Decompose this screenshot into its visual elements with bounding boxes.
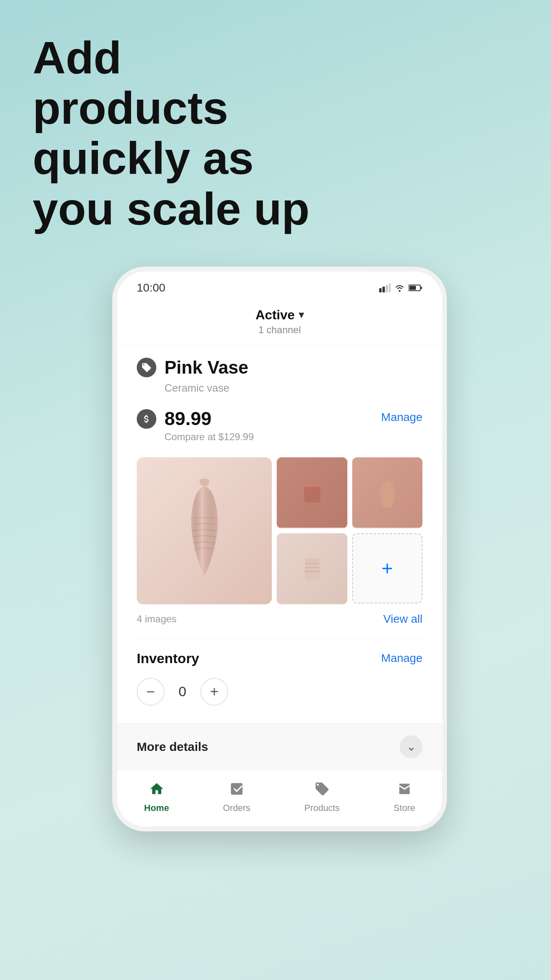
money-icon	[141, 414, 152, 424]
quantity-value: 0	[176, 684, 189, 699]
status-bar: 10:00	[117, 272, 442, 298]
cup-icon	[296, 476, 329, 509]
home-icon	[146, 778, 167, 800]
phone-screen: 10:00	[117, 272, 442, 826]
chevron-down-icon: ⌄	[407, 740, 416, 753]
active-bar[interactable]: Active ▾ 1 channel	[117, 298, 442, 344]
signal-icon	[379, 283, 391, 292]
active-subtitle: 1 channel	[258, 324, 301, 336]
nav-products[interactable]: Products	[304, 778, 340, 813]
nav-home-label: Home	[144, 803, 169, 813]
view-all-button[interactable]: View all	[383, 612, 422, 626]
svg-rect-6	[409, 286, 416, 290]
svg-point-4	[399, 290, 401, 292]
price-row: 89.99 Compare at $129.99 Manage	[137, 408, 422, 443]
svg-rect-9	[303, 483, 321, 487]
thumb-image-3	[277, 533, 347, 604]
store-icon	[394, 778, 415, 800]
vase-detail-icon	[296, 552, 329, 585]
product-description: Ceramic vase	[164, 382, 422, 394]
price-manage-button[interactable]: Manage	[381, 411, 422, 424]
main-image	[137, 457, 272, 604]
vase-small-icon	[371, 476, 404, 509]
orders-icon	[226, 778, 247, 800]
svg-rect-8	[304, 484, 320, 503]
bottom-nav: Home Orders Products	[117, 770, 442, 826]
headline: Add products quickly as you scale up	[33, 33, 310, 234]
svg-marker-0	[379, 288, 382, 292]
product-name: Pink Vase	[164, 357, 248, 378]
active-title-text: Active	[256, 307, 295, 323]
status-icons	[379, 283, 422, 292]
phone-wrapper: 10:00	[112, 267, 447, 831]
quantity-minus-button[interactable]: −	[137, 678, 164, 706]
images-grid: +	[137, 457, 422, 604]
inventory-manage-button[interactable]: Manage	[381, 652, 422, 665]
dollar-icon	[137, 409, 156, 429]
wifi-icon	[394, 283, 405, 292]
nav-home[interactable]: Home	[144, 778, 169, 813]
product-price: 89.99	[164, 408, 254, 430]
images-count: 4 images	[137, 613, 176, 625]
svg-marker-1	[382, 287, 385, 292]
chevron-down-icon: ▾	[299, 309, 304, 321]
nav-orders[interactable]: Orders	[223, 778, 250, 813]
svg-marker-2	[386, 285, 388, 292]
nav-orders-label: Orders	[223, 803, 250, 813]
svg-rect-7	[421, 287, 422, 289]
tag-icon	[137, 358, 156, 377]
nav-store[interactable]: Store	[393, 778, 415, 813]
vase-svg	[172, 478, 237, 584]
plus-icon: +	[382, 557, 393, 579]
inventory-section: Inventory Manage − 0 +	[137, 639, 422, 706]
product-name-row: Pink Vase	[137, 357, 422, 378]
svg-marker-3	[389, 283, 391, 292]
more-details-bar[interactable]: More details ⌄	[117, 724, 442, 770]
quantity-row: − 0 +	[137, 678, 422, 706]
nav-products-label: Products	[304, 803, 340, 813]
status-time: 10:00	[137, 281, 165, 294]
compare-at-price: Compare at $129.99	[164, 431, 254, 443]
images-footer: 4 images View all	[137, 612, 422, 626]
thumb-image-1	[277, 457, 347, 528]
nav-store-label: Store	[393, 803, 415, 813]
svg-rect-10	[305, 558, 320, 581]
inventory-header: Inventory Manage	[137, 650, 422, 666]
thumb-image-2	[352, 457, 422, 528]
more-details-label: More details	[137, 740, 208, 754]
battery-icon	[409, 284, 422, 292]
product-content: Pink Vase Ceramic vase 89.99 Compare at …	[117, 344, 442, 724]
price-tag-icon	[141, 362, 152, 373]
products-icon	[311, 778, 333, 800]
chevron-circle: ⌄	[400, 735, 422, 758]
inventory-title: Inventory	[137, 650, 199, 666]
quantity-plus-button[interactable]: +	[200, 678, 228, 706]
add-image-button[interactable]: +	[352, 533, 422, 604]
